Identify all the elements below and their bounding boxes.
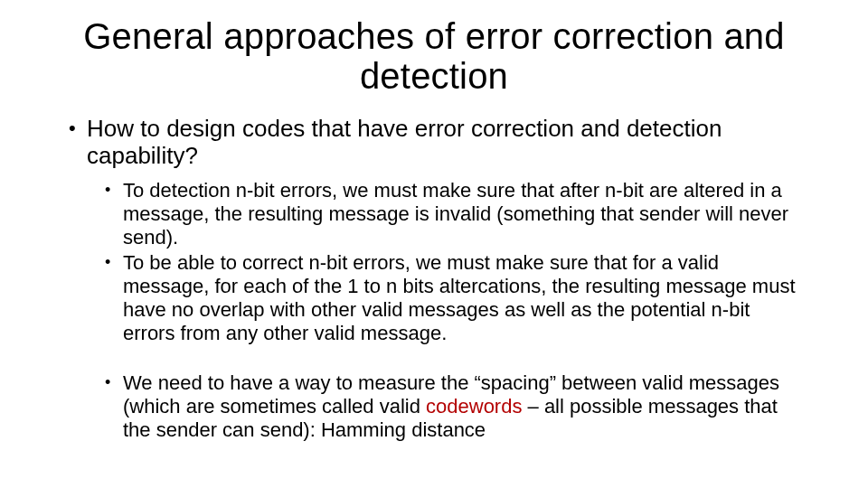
slide-title: General approaches of error correction a… [0,0,868,96]
bullet-question-text: How to design codes that have error corr… [87,115,722,169]
bullet-list-level1: How to design codes that have error corr… [63,116,805,442]
slide-body: How to design codes that have error corr… [0,96,868,442]
spacer [87,346,805,362]
bullet-list-level2: To detection n-bit errors, we must make … [87,179,805,345]
bullet-list-level2b: We need to have a way to measure the “sp… [87,371,805,442]
slide: General approaches of error correction a… [0,0,868,488]
codeword-term: codewords [426,395,522,418]
bullet-hamming: We need to have a way to measure the “sp… [101,371,805,442]
bullet-correction: To be able to correct n-bit errors, we m… [101,251,805,345]
bullet-detection: To detection n-bit errors, we must make … [101,179,805,249]
bullet-question: How to design codes that have error corr… [63,116,805,442]
